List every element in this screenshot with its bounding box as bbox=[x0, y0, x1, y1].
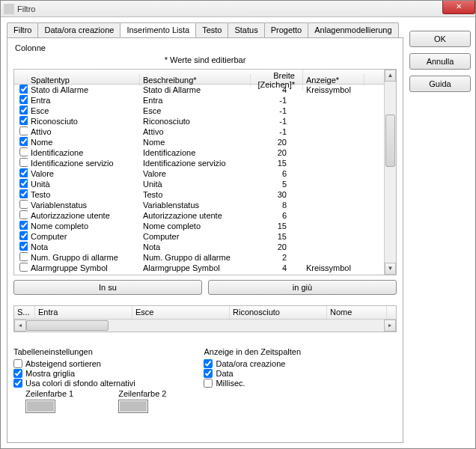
hscroll-left-icon[interactable]: ◂ bbox=[14, 320, 26, 332]
row-checkbox[interactable] bbox=[19, 210, 28, 219]
hscroll-thumb[interactable] bbox=[26, 320, 109, 331]
scroll-up-icon[interactable]: ▲ bbox=[385, 70, 396, 82]
table-settings-group: Tabelleneinstellungen Absteigend sortier… bbox=[13, 347, 166, 413]
col-header-display[interactable]: Anzeige* bbox=[303, 74, 364, 86]
row-desc: Stato di Allarme bbox=[140, 85, 251, 94]
row-type: Entra bbox=[28, 96, 140, 105]
row-type: Valore bbox=[28, 169, 140, 178]
show-grid-checkbox[interactable]: Mostra griglia bbox=[13, 369, 166, 378]
row-color-1-button[interactable] bbox=[25, 400, 55, 413]
table-row[interactable]: TestoTesto30 bbox=[14, 189, 384, 200]
row-checkbox[interactable] bbox=[19, 147, 28, 156]
row-checkbox[interactable] bbox=[19, 116, 28, 125]
row-width: 4 bbox=[251, 263, 303, 272]
preview-col-header[interactable]: S... bbox=[14, 306, 35, 319]
scrollbar-vertical[interactable]: ▲ ▼ bbox=[384, 70, 396, 275]
col-header-type[interactable]: Spaltentyp bbox=[28, 74, 140, 86]
table-row[interactable]: EntraEntra-1 bbox=[14, 95, 384, 106]
row-width: 30 bbox=[251, 190, 303, 199]
color1-label: Zeilenfarbe 1 bbox=[25, 389, 73, 398]
col-header-desc[interactable]: Beschreibung* bbox=[140, 74, 251, 86]
table-row[interactable]: ComputerComputer15 bbox=[14, 231, 384, 242]
table-row[interactable]: Autorizzazione utenteAutorizzazione uten… bbox=[14, 210, 384, 221]
color2-label: Zeilenfarbe 2 bbox=[118, 389, 166, 398]
tab-inserimento-lista[interactable]: Inserimento Lista bbox=[120, 22, 196, 37]
table-row[interactable]: AttivoAttivo-1 bbox=[14, 126, 384, 137]
row-desc: Identificazione bbox=[140, 148, 251, 157]
tab-anlagenmodellierung[interactable]: Anlagenmodellierung bbox=[308, 22, 398, 37]
table-row[interactable]: Alarmgruppe SymbolAlarmgruppe Symbol4Kre… bbox=[14, 263, 384, 273]
row-desc: Attivo bbox=[140, 127, 251, 136]
preview-strip: S...EntraEsceRiconosciutoNome ◂ ▸ bbox=[13, 305, 397, 332]
sort-desc-checkbox[interactable]: Absteigend sortieren bbox=[13, 359, 166, 368]
row-desc: Riconosciuto bbox=[140, 117, 251, 126]
scroll-thumb[interactable] bbox=[385, 114, 395, 167]
hscroll-right-icon[interactable]: ▸ bbox=[384, 320, 396, 332]
row-width: -1 bbox=[251, 96, 303, 105]
row-checkbox[interactable] bbox=[19, 231, 28, 240]
table-row[interactable]: Num. Gruppo di allarmeNum. Gruppo di all… bbox=[14, 252, 384, 263]
row-desc: Nome completo bbox=[140, 222, 251, 230]
table-row[interactable]: EsceEsce-1 bbox=[14, 106, 384, 116]
table-row[interactable]: Stato di AllarmeStato di Allarme4Kreissy… bbox=[14, 85, 384, 95]
table-row[interactable]: IdentificazioneIdentificazione20 bbox=[14, 147, 384, 158]
move-up-button[interactable]: In su bbox=[13, 280, 202, 295]
row-checkbox[interactable] bbox=[19, 242, 28, 251]
row-desc: Alarmgruppe Symbol bbox=[140, 263, 251, 272]
cancel-button[interactable]: Annulla bbox=[409, 53, 471, 70]
ok-button[interactable]: OK bbox=[409, 31, 471, 47]
row-width: 4 bbox=[251, 85, 303, 94]
row-width: 20 bbox=[251, 148, 303, 157]
time-columns-group: Anzeige in den Zeitspalten Data/ora crea… bbox=[204, 347, 301, 413]
hscroll-track[interactable] bbox=[26, 320, 384, 332]
row-width: 8 bbox=[251, 201, 303, 210]
preview-col-header[interactable]: Esce bbox=[132, 306, 230, 319]
row-color-2-button[interactable] bbox=[118, 400, 148, 413]
row-checkbox[interactable] bbox=[19, 137, 28, 146]
table-row[interactable]: VariablenstatusVariablenstatus8 bbox=[14, 200, 384, 210]
move-down-button[interactable]: in giù bbox=[208, 280, 397, 295]
millisec-checkbox[interactable]: Millisec. bbox=[204, 379, 301, 388]
row-checkbox[interactable] bbox=[19, 168, 28, 177]
table-row[interactable]: Identificazione servizioIdentificazione … bbox=[14, 158, 384, 168]
row-checkbox[interactable] bbox=[19, 200, 28, 209]
tab-data-ora-creazione[interactable]: Data/ora creazione bbox=[37, 22, 120, 37]
table-row[interactable]: NomeNome20 bbox=[14, 137, 384, 147]
date-checkbox[interactable]: Data bbox=[204, 369, 301, 378]
help-button[interactable]: Guida bbox=[409, 76, 471, 92]
row-checkbox[interactable] bbox=[19, 179, 28, 188]
row-checkbox[interactable] bbox=[19, 189, 28, 198]
datetime-checkbox[interactable]: Data/ora creazione bbox=[204, 359, 301, 368]
row-display: Kreissymbol bbox=[303, 263, 364, 272]
tab-status[interactable]: Status bbox=[228, 22, 264, 37]
table-row[interactable]: NotaNota20 bbox=[14, 242, 384, 252]
columns-table: Spaltentyp Beschreibung* Breite [Zeichen… bbox=[13, 69, 397, 275]
row-type: Attivo bbox=[28, 127, 140, 136]
row-checkbox[interactable] bbox=[19, 252, 28, 261]
table-row[interactable]: ValoreValore6 bbox=[14, 168, 384, 179]
table-row[interactable]: Nome completoNome completo15 bbox=[14, 221, 384, 231]
close-icon[interactable]: ✕ bbox=[442, 1, 475, 14]
row-type: Nome completo bbox=[28, 222, 140, 230]
preview-col-header[interactable]: Entra bbox=[35, 306, 132, 319]
table-row[interactable]: RiconosciutoRiconosciuto-1 bbox=[14, 116, 384, 126]
alt-colors-checkbox[interactable]: Usa colori di sfondo alternativi bbox=[13, 379, 166, 388]
row-checkbox[interactable] bbox=[19, 263, 28, 272]
row-checkbox[interactable] bbox=[19, 158, 28, 167]
row-type: Riconosciuto bbox=[28, 117, 140, 126]
row-checkbox[interactable] bbox=[19, 221, 28, 230]
tab-testo[interactable]: Testo bbox=[195, 22, 228, 37]
preview-col-header[interactable]: Riconosciuto bbox=[230, 306, 327, 319]
table-row[interactable]: UnitàUnità5 bbox=[14, 179, 384, 189]
row-checkbox[interactable] bbox=[19, 106, 28, 114]
row-width: -1 bbox=[251, 127, 303, 136]
row-checkbox[interactable] bbox=[19, 85, 28, 94]
tab-filtro[interactable]: Filtro bbox=[7, 22, 38, 37]
row-desc: Autorizzazione utente bbox=[140, 211, 251, 220]
scroll-down-icon[interactable]: ▼ bbox=[385, 263, 396, 275]
row-checkbox[interactable] bbox=[19, 95, 28, 104]
tab-progetto[interactable]: Progetto bbox=[264, 22, 309, 37]
row-checkbox[interactable] bbox=[19, 126, 28, 135]
preview-col-header[interactable]: Nome bbox=[327, 306, 387, 319]
col-check-header bbox=[14, 79, 28, 82]
